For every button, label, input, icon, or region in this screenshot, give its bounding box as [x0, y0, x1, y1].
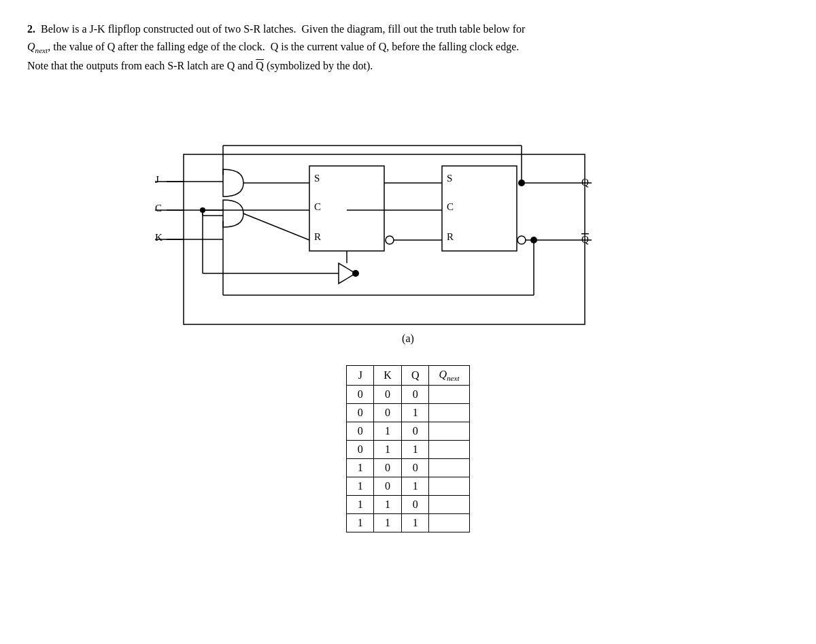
table-cell: 1: [347, 514, 374, 532]
table-cell: 1: [374, 441, 402, 459]
table-cell: 1: [401, 514, 429, 532]
table-cell: 0: [374, 459, 402, 477]
table-cell: [429, 496, 469, 514]
s1-label: S: [314, 173, 320, 184]
table-cell: 0: [374, 404, 402, 422]
table-cell: 0: [401, 496, 429, 514]
k-label: K: [155, 232, 163, 243]
col-header-j: J: [347, 366, 374, 386]
table-cell: 0: [401, 422, 429, 441]
table-cell: 0: [374, 386, 402, 404]
circuit-diagram: text { font-family: 'Times New Roman', T…: [143, 95, 673, 326]
diagram-area: text { font-family: 'Times New Roman', T…: [27, 95, 789, 326]
table-row: 010: [347, 422, 469, 441]
table-row: 001: [347, 404, 469, 422]
table-cell: 1: [401, 404, 429, 422]
table-cell: [429, 477, 469, 496]
s2-label: S: [447, 173, 452, 184]
table-row: 111: [347, 514, 469, 532]
table-cell: 1: [374, 422, 402, 441]
table-cell: 0: [347, 422, 374, 441]
table-cell: [429, 514, 469, 532]
problem-text: 2. Below is a J-K flipflop constructed o…: [27, 20, 789, 74]
table-cell: [429, 459, 469, 477]
r2-label: R: [447, 231, 454, 242]
q-next-inline: Qnext: [27, 41, 48, 52]
col-header-k: K: [374, 366, 402, 386]
latch1-r-bubble: [386, 236, 394, 244]
truth-table: J K Q Qnext 000001010011100101110111: [346, 365, 469, 532]
table-cell: 1: [401, 477, 429, 496]
table-cell: 1: [347, 477, 374, 496]
table-row: 011: [347, 441, 469, 459]
diagram-caption: (a): [27, 333, 789, 345]
table-cell: [429, 422, 469, 441]
c-label: C: [155, 203, 162, 214]
c2-label: C: [447, 201, 454, 212]
svg-line-6: [243, 214, 309, 240]
table-cell: 0: [347, 441, 374, 459]
table-cell: 0: [401, 459, 429, 477]
table-cell: 1: [347, 459, 374, 477]
table-cell: 0: [374, 477, 402, 496]
latch2-r-bubble: [517, 236, 526, 244]
table-cell: 1: [347, 496, 374, 514]
problem-number: 2.: [27, 23, 35, 35]
table-row: 000: [347, 386, 469, 404]
table-cell: 0: [347, 404, 374, 422]
q-bar-text: Q: [256, 60, 264, 71]
table-cell: [429, 404, 469, 422]
table-area: J K Q Qnext 000001010011100101110111: [27, 365, 789, 532]
table-row: 110: [347, 496, 469, 514]
table-cell: [429, 441, 469, 459]
table-cell: 1: [374, 496, 402, 514]
col-header-qnext: Qnext: [429, 366, 469, 386]
table-cell: 1: [374, 514, 402, 532]
table-row: 101: [347, 477, 469, 496]
table-cell: [429, 386, 469, 404]
r1-label: R: [314, 231, 321, 242]
table-cell: 1: [401, 441, 429, 459]
table-row: 100: [347, 459, 469, 477]
clock-bubble: [352, 270, 359, 277]
col-header-q: Q: [401, 366, 429, 386]
table-cell: 0: [401, 386, 429, 404]
table-cell: 0: [347, 386, 374, 404]
c1-label: C: [314, 201, 321, 212]
j-label: J: [155, 174, 159, 185]
